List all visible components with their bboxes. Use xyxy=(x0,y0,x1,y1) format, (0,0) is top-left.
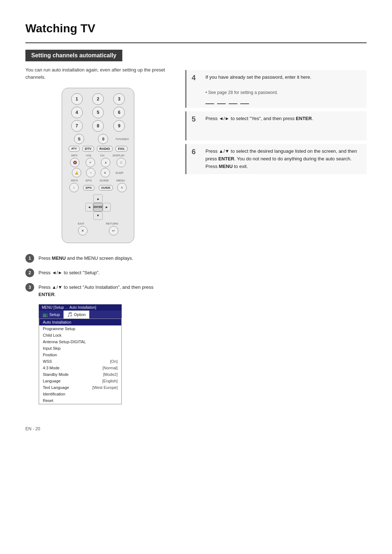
menu-language-value: [English] xyxy=(102,379,118,383)
remote-fav: FAV. xyxy=(115,146,127,152)
menu-screenshot: MENU [Setup … Auto Installation] 📺 Setup… xyxy=(38,304,122,405)
menu-row-reset: Reset xyxy=(39,397,121,404)
remote-btn-9: 9 xyxy=(113,120,125,132)
menu-reset-label: Reset xyxy=(43,398,53,403)
remote-labels-row: MPX VOL CH DISPLAY xyxy=(67,154,129,157)
remote-number-grid: 1 2 3 4 5 6 7 8 9 xyxy=(67,93,129,132)
pw-box-1 xyxy=(205,98,214,104)
menu-auto-installation-label: Auto Installation xyxy=(43,320,71,324)
menu-header-setup: 📺 Setup xyxy=(39,311,64,319)
remote-btn-3: 3 xyxy=(113,93,125,105)
remote-btn-s: S xyxy=(74,134,84,144)
remote-circles-row2: 🔔 − ∨ SLEEP xyxy=(67,168,129,177)
remote-ch-up-btn: ∧ xyxy=(101,158,110,167)
step-6-content: Press ▲/▼ to select the desired language… xyxy=(205,148,362,170)
page-title: Watching TV xyxy=(25,22,367,35)
menu-setup-label: Setup xyxy=(49,312,60,317)
step-4-content: If you have already set the password, en… xyxy=(205,74,311,104)
remote-vol-label: VOL xyxy=(86,154,92,157)
remote-radio: RADIO xyxy=(97,146,113,152)
remote-source-row: ATV DTV RADIO FAV. xyxy=(67,146,129,152)
nav-down-btn: ▼ xyxy=(93,212,103,220)
remote-mpx-btn: 🔇 xyxy=(70,158,79,167)
pw-box-2 xyxy=(217,98,226,104)
step-1-text: Press MENU and the MENU screen displays. xyxy=(38,254,133,262)
remote-display-label: DISPLAY xyxy=(113,154,124,157)
step-4-number: 4 xyxy=(192,74,200,82)
pw-box-3 xyxy=(229,98,237,104)
remote-return-btn: ↩ xyxy=(109,226,118,235)
remote-guide-label: GUIDE xyxy=(99,179,109,182)
step-1-number: 1 xyxy=(25,254,34,263)
remote-control: 1 2 3 4 5 6 7 8 9 S 0 TV/VIDEO xyxy=(62,88,134,243)
menu-row-language: Language [English] xyxy=(39,378,121,384)
right-column: 4 If you have already set the password, … xyxy=(185,66,367,405)
left-column: You can run auto installation again, eve… xyxy=(25,66,171,405)
remote-nav-cross: ▲ ◄ ENTER ► ▼ xyxy=(85,194,111,220)
remote-illustration: 1 2 3 4 5 6 7 8 9 S 0 TV/VIDEO xyxy=(25,88,171,243)
menu-row-standby: Standby Mode [Mode2] xyxy=(39,371,121,378)
step-1: 1 Press MENU and the MENU screen display… xyxy=(25,254,171,263)
step-2-text: Press ◄/► to select "Setup". xyxy=(38,268,100,276)
remote-display-btn: □ xyxy=(117,158,126,167)
password-boxes xyxy=(205,98,311,104)
remote-guide-btn: GUIDE xyxy=(99,185,113,190)
nav-empty-br xyxy=(103,212,111,220)
nav-empty-bl xyxy=(85,212,93,220)
menu-language-label: Language xyxy=(43,379,61,383)
nav-up-btn: ▲ xyxy=(93,194,103,203)
remote-return-label: RETURN xyxy=(106,222,118,225)
tv-video-label: TV/VIDEO xyxy=(115,138,129,141)
menu-input-skip-label: Input Skip xyxy=(43,346,61,350)
step-3-text: Press ▲/▼ to select "Auto Installation",… xyxy=(38,283,171,298)
page-footer: EN - 20 xyxy=(25,426,367,431)
menu-child-lock-label: Child Lock xyxy=(43,333,61,337)
remote-menu-label: MENU xyxy=(117,179,125,182)
remote-epg-row: i EPG GUIDE ≡ xyxy=(67,183,129,192)
remote-info-btn: i xyxy=(69,183,79,192)
menu-position-label: Position xyxy=(43,353,57,357)
remote-exit-row: ✕ ↩ xyxy=(67,226,129,235)
title-divider xyxy=(25,42,367,43)
nav-empty-tl xyxy=(85,194,93,203)
remote-ch-dn-btn: ∨ xyxy=(101,168,110,177)
menu-wss-value: [On] xyxy=(110,359,118,364)
setup-icon: 📺 xyxy=(42,312,48,317)
remote-exit-label: EXIT xyxy=(78,222,85,225)
nav-enter-btn: ENTER xyxy=(93,203,103,211)
menu-43-label: 4:3 Mode xyxy=(43,366,60,370)
option-icon: 🎵 xyxy=(67,312,73,317)
remote-circles-row: 🔇 + ∧ □ xyxy=(67,158,129,167)
menu-antenna-label: Antenna Setup-DIGITAL xyxy=(43,340,86,344)
menu-row-position: Position xyxy=(39,352,121,358)
left-steps: 1 Press MENU and the MENU screen display… xyxy=(25,254,171,405)
menu-row-input-skip: Input Skip xyxy=(39,345,121,352)
menu-option-label: Option xyxy=(74,312,86,317)
menu-row-auto-installation: Auto Installation xyxy=(39,319,121,325)
step-5: 5 Press ◄/► to select "Yes", and then pr… xyxy=(185,111,367,140)
menu-text-language-value: [West Europe] xyxy=(93,385,118,390)
menu-wss-label: WSS xyxy=(43,359,52,364)
remote-epg-btn: EPG xyxy=(83,185,94,190)
step-6: 6 Press ▲/▼ to select the desired langua… xyxy=(185,144,367,174)
remote-btn-8: 8 xyxy=(92,120,104,132)
remote-ch-label: CH xyxy=(100,154,105,157)
step-4-sub-text: • See page 28 for setting a password. xyxy=(205,90,278,95)
remote-info-label: INFO xyxy=(71,179,78,182)
menu-body: Auto Installation Programme Setup Child … xyxy=(39,319,122,404)
remote-mpx-label: MPX xyxy=(71,154,77,157)
nav-left-btn: ◄ xyxy=(85,203,93,211)
step-2: 2 Press ◄/► to select "Setup". xyxy=(25,268,171,277)
nav-right-btn: ► xyxy=(103,203,111,211)
menu-title-text: MENU [Setup … Auto Installation] xyxy=(42,305,96,309)
step-5-number: 5 xyxy=(192,115,200,123)
step-5-content: Press ◄/► to select "Yes", and then pres… xyxy=(205,115,313,123)
menu-header-option: 🎵 Option xyxy=(64,311,89,319)
remote-btn-0: 0 xyxy=(98,134,108,144)
step-3: 3 Press ▲/▼ to select "Auto Installation… xyxy=(25,283,171,298)
intro-text: You can run auto installation again, eve… xyxy=(25,66,171,81)
menu-row-identification: Identification xyxy=(39,391,121,397)
pw-box-4 xyxy=(240,98,249,104)
menu-text-language-label: Text Language xyxy=(43,385,69,390)
remote-btn-4: 4 xyxy=(71,107,83,118)
